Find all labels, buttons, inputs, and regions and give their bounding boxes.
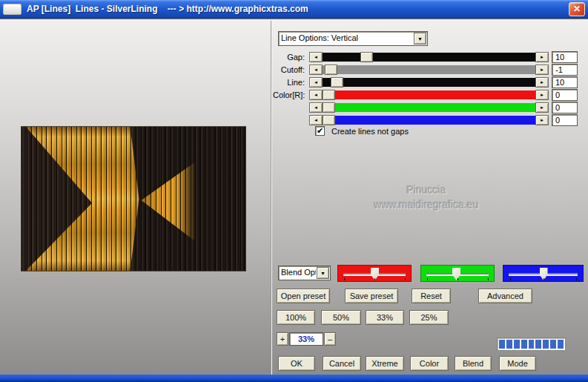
advanced-button[interactable]: Advanced (478, 289, 532, 303)
slider-right-arrow-icon[interactable]: ► (535, 102, 549, 113)
watermark-line2: www.maidiregrafica.eu (337, 199, 515, 211)
window-title: AP [Lines] Lines - SilverLining --- > ht… (27, 4, 308, 14)
watermark-line1: Pinuccia (337, 184, 515, 196)
progress-segment (558, 340, 564, 349)
slider-thumb[interactable] (323, 90, 335, 100)
slider-value-field[interactable]: 10 (552, 51, 578, 63)
slider-row-color-r: Color[R]: ◄ ► 0 (273, 90, 581, 101)
red-trackbar[interactable] (337, 265, 412, 282)
slider-track[interactable] (323, 53, 535, 62)
zoom-minus-button[interactable]: – (324, 332, 336, 346)
slider-track[interactable] (323, 78, 535, 87)
app-icon (3, 4, 22, 15)
slider-row-color-g: ◄ ► 0 (273, 102, 581, 113)
slider-value-field[interactable]: 10 (552, 76, 578, 88)
slider-right-arrow-icon[interactable]: ► (535, 90, 549, 100)
slider-left-arrow-icon[interactable]: ◄ (309, 102, 323, 113)
slider-right-arrow-icon[interactable]: ► (535, 52, 549, 62)
reset-button[interactable]: Reset (412, 289, 451, 303)
slider-thumb[interactable] (360, 52, 373, 62)
mode-button[interactable]: Mode (499, 356, 536, 371)
line-options-select[interactable]: Line Options: Vertical ▼ (278, 31, 428, 46)
blend-options-value: Blend Optio (281, 268, 316, 277)
plugin-window: AP [Lines] Lines - SilverLining --- > ht… (0, 0, 588, 382)
progress-segment (543, 340, 549, 349)
progress-segment (521, 340, 527, 349)
slider-right-arrow-icon[interactable]: ► (535, 115, 549, 125)
slider-right-arrow-icon[interactable]: ► (535, 77, 549, 88)
slider-row-gap: Gap: ◄ ► 10 (273, 52, 581, 63)
slider-value-field[interactable]: -1 (552, 64, 578, 76)
window-bottom-edge (0, 375, 588, 382)
progress-segment (514, 340, 520, 349)
close-button[interactable]: ✕ (569, 2, 585, 16)
progress-segment (550, 340, 556, 349)
chevron-down-icon[interactable]: ▼ (414, 33, 426, 45)
slider-label: Gap: (273, 53, 305, 62)
slider-label: Cutoff: (273, 65, 305, 74)
slider-track[interactable] (323, 65, 535, 74)
progress-segment (506, 340, 512, 349)
progress-segment (529, 340, 535, 349)
progress-bar (497, 337, 566, 351)
slider-track[interactable] (323, 116, 535, 125)
slider-thumb[interactable] (325, 65, 337, 75)
slider-row-cutoff: Cutoff: ◄ ► -1 (273, 65, 581, 76)
blue-trackbar[interactable] (503, 265, 584, 282)
ok-button[interactable]: OK (278, 356, 315, 371)
slider-track[interactable] (323, 103, 535, 112)
save-preset-button[interactable]: Save preset (345, 289, 398, 303)
xtreme-button[interactable]: Xtreme (366, 356, 404, 371)
check-icon: ✔ (317, 126, 323, 135)
blend-button[interactable]: Blend (455, 356, 492, 371)
panel-divider (271, 21, 272, 375)
progress-segment (535, 340, 541, 349)
slider-left-arrow-icon[interactable]: ◄ (309, 65, 323, 75)
slider-thumb[interactable] (323, 102, 335, 113)
zoom-level-field[interactable]: 33% (289, 332, 323, 346)
chevron-down-icon[interactable]: ▼ (317, 267, 329, 279)
slider-value-field[interactable]: 0 (552, 89, 578, 101)
line-options-value: Line Options: Vertical (281, 33, 413, 42)
color-button[interactable]: Color (410, 356, 449, 371)
zoom-33-button[interactable]: 33% (366, 310, 404, 325)
zoom-plus-button[interactable]: + (277, 332, 288, 346)
preview-image[interactable] (21, 126, 246, 271)
slider-left-arrow-icon[interactable]: ◄ (309, 52, 323, 62)
blend-options-select[interactable]: Blend Optio ▼ (278, 266, 331, 280)
slider-thumb[interactable] (323, 115, 335, 125)
zoom-50-button[interactable]: 50% (321, 310, 361, 325)
slider-left-arrow-icon[interactable]: ◄ (309, 90, 323, 100)
watermark: Pinuccia www.maidiregrafica.eu (337, 184, 515, 211)
preview-vertical-lines-overlay (22, 127, 245, 271)
slider-row-line: Line: ◄ ► 10 (273, 77, 581, 88)
slider-track[interactable] (323, 90, 535, 99)
close-icon: ✕ (573, 4, 581, 14)
progress-segment (499, 340, 505, 349)
slider-right-arrow-icon[interactable]: ► (535, 65, 549, 75)
slider-left-arrow-icon[interactable]: ◄ (309, 77, 323, 88)
create-lines-checkbox[interactable]: ✔ (315, 126, 325, 136)
zoom-25-button[interactable]: 25% (409, 310, 449, 325)
slider-value-field[interactable]: 0 (552, 114, 578, 126)
create-lines-checkbox-label: Create lines not gaps (331, 127, 409, 136)
cancel-button[interactable]: Cancel (323, 356, 361, 371)
title-bar: AP [Lines] Lines - SilverLining --- > ht… (0, 0, 588, 19)
slider-row-color-b: ◄ ► 0 (273, 115, 581, 126)
slider-thumb[interactable] (331, 77, 343, 88)
zoom-100-button[interactable]: 100% (277, 310, 315, 325)
slider-left-arrow-icon[interactable]: ◄ (309, 115, 323, 125)
green-trackbar[interactable] (420, 265, 495, 282)
open-preset-button[interactable]: Open preset (277, 289, 330, 303)
trackbar-thumb[interactable] (452, 268, 460, 280)
slider-label: Color[R]: (273, 90, 305, 99)
slider-value-field[interactable]: 0 (552, 102, 578, 113)
slider-label: Line: (273, 78, 305, 87)
